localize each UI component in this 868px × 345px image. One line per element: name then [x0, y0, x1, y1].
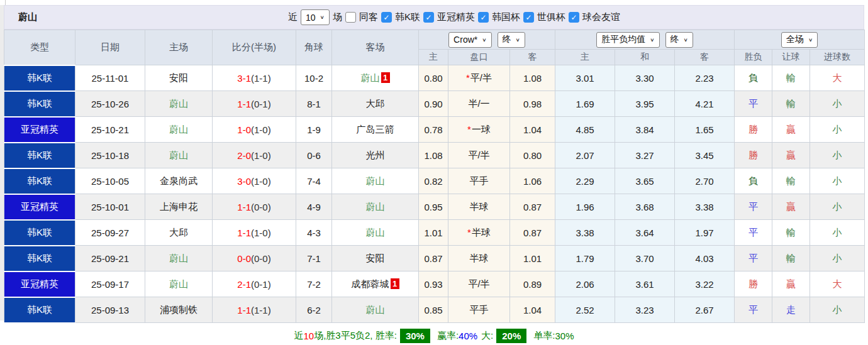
score-cell: 1-1(0-1) [213, 91, 296, 117]
chevron-down-icon: ∨ [320, 14, 325, 20]
away-team-name: 蔚山 [366, 201, 385, 212]
league-checkbox-kleague[interactable]: ✓ [381, 12, 392, 23]
avg-home-cell: 1.69 [555, 91, 615, 117]
handicap-cell: *半球 [448, 220, 510, 246]
same-away-label[interactable]: 同客 [359, 11, 378, 23]
date-cell: 25-10-18 [75, 143, 145, 168]
avg-home-cell: 4.85 [555, 117, 615, 143]
col-header-type: 类型 [4, 30, 75, 65]
date-cell: 25-10-05 [75, 168, 145, 194]
date-cell: 25-11-01 [75, 65, 145, 91]
league-checkbox-acl[interactable]: ✓ [423, 12, 434, 23]
handicap-line: 半球 [470, 201, 489, 212]
sub-header-result: 胜负 [735, 50, 772, 65]
odds-company-select[interactable]: Crow* ∨ [448, 32, 491, 48]
handicap-cell: *一球 [448, 117, 510, 143]
odds-away-cell: 0.80 [510, 143, 555, 168]
halftime-score: (1-1) [251, 305, 271, 315]
league-checkbox-friendly[interactable]: ✓ [569, 12, 579, 23]
odds-company-group: Crow* ∨ 终 ∨ [419, 30, 555, 50]
league-label-club-wc[interactable]: 世俱杯 [537, 11, 565, 23]
col-header-score: 比分(半场) [213, 30, 296, 65]
league-badge: 亚冠精英 [4, 272, 75, 297]
home-team-name: 蔚山 [169, 124, 188, 134]
away-team-name: 蔚山 [366, 304, 385, 315]
home-team-cell: 浦项制铁 [145, 297, 213, 323]
fulltime-score: 1-0 [237, 124, 251, 135]
recent-count-select[interactable]: 10 ∨ [301, 9, 330, 25]
same-away-checkbox[interactable]: ✓ [345, 12, 356, 23]
scope-select[interactable]: 全场 ∨ [781, 32, 818, 48]
home-team-name: 浦项制铁 [160, 304, 198, 315]
odds-away-cell: 1.01 [510, 246, 555, 271]
scope-group: 全场 ∨ [735, 30, 865, 50]
goals-result-cell: 大 [810, 65, 865, 91]
away-team-name: 成都蓉城 [352, 278, 389, 289]
result-cell: 勝 [735, 271, 772, 297]
halftime-score: (0-0) [251, 253, 271, 264]
league-label-friendly[interactable]: 球会友谊 [582, 11, 620, 23]
sub-header-avg-draw: 和 [615, 50, 675, 65]
league-label-kleague[interactable]: 韩K联 [395, 11, 420, 23]
halftime-score: (1-0) [251, 227, 271, 238]
handicap-line: 一球 [472, 124, 491, 134]
league-label-acl[interactable]: 亚冠精英 [437, 11, 475, 23]
avg-away-cell: 2.70 [675, 168, 735, 194]
league-badge-cell: 亚冠精英 [4, 117, 75, 143]
handicap-cell: *平/半 [448, 65, 510, 91]
score-cell: 1-1(1-0) [213, 220, 296, 246]
sub-header-goals-result: 进球数 [810, 50, 865, 65]
left-gutter [0, 5, 4, 320]
fulltime-score: 2-1 [237, 279, 251, 290]
league-badge-cell: 亚冠精英 [4, 194, 75, 220]
avg-home-cell: 3.01 [555, 65, 615, 91]
result-cell: 負 [735, 65, 772, 91]
avg-odds-select[interactable]: 胜平负均值 ∨ [596, 32, 659, 48]
col-header-away: 客场 [332, 30, 419, 65]
fulltime-score: 1-1 [237, 99, 251, 109]
league-checkbox-club-wc[interactable]: ✓ [523, 12, 534, 23]
result-cell: 平 [735, 220, 772, 246]
league-checkbox-korea-cup[interactable]: ✓ [478, 12, 489, 23]
avg-home-cell: 1.96 [555, 194, 615, 220]
home-team-name: 大邱 [169, 227, 188, 238]
avg-draw-cell: 3.65 [615, 168, 675, 194]
handicap-line: 半球 [472, 227, 491, 238]
score-cell: 1-1(0-0) [213, 194, 296, 220]
date-cell: 25-10-26 [75, 91, 145, 117]
avg-home-cell: 1.79 [555, 246, 615, 271]
avg-draw-cell: 3.64 [615, 220, 675, 246]
league-label-korea-cup[interactable]: 韩国杯 [492, 11, 520, 23]
home-team-name: 蔚山 [169, 253, 188, 263]
matches-label: 场 [333, 11, 342, 23]
avg-home-cell: 2.29 [555, 168, 615, 194]
handicap-result-cell: 輸 [772, 246, 810, 271]
fulltime-score: 1-1 [237, 202, 251, 212]
home-team-cell: 大邱 [145, 220, 213, 246]
date-cell: 25-10-21 [75, 117, 145, 143]
chevron-down-icon: ∨ [650, 37, 654, 43]
odds-home-cell: 0.90 [419, 91, 448, 117]
score-cell: 0-0(0-0) [213, 246, 296, 271]
date-cell: 25-09-21 [75, 246, 145, 271]
handicap-line: 平/半 [468, 278, 489, 289]
summary-bar: 近10场,胜3平5负2, 胜率:30%赢率:40%大:20%单率:30% [4, 324, 864, 345]
corner-cell: 1-9 [296, 117, 332, 143]
avg-home-cell: 3.38 [555, 220, 615, 246]
avg-time-select[interactable]: 终 ∨ [665, 32, 693, 48]
match-row: 亚冠精英 25-10-21 蔚山 1-0(1-0) 1-9 广岛三箭 0.78 … [4, 117, 865, 143]
corner-cell: 7-2 [296, 271, 332, 297]
score-cell: 3-1(1-1) [213, 65, 296, 91]
chevron-down-icon: ∨ [482, 37, 486, 43]
home-team-cell: 安阳 [145, 65, 213, 91]
away-team-cell: 蔚山 [332, 220, 419, 246]
goals-result-cell: 小 [810, 246, 865, 271]
match-row: 韩K联 25-09-13 浦项制铁 1-1(1-1) 6-2 蔚山 0.85 平… [4, 297, 865, 323]
odds-time-select[interactable]: 终 ∨ [498, 32, 525, 48]
home-team-cell: 蔚山 [145, 271, 213, 297]
away-team-cell: 广岛三箭 [332, 117, 419, 143]
avg-draw-cell: 3.30 [615, 65, 675, 91]
fulltime-score: 3-1 [237, 73, 251, 84]
halftime-score: (0-1) [251, 279, 271, 290]
avg-away-cell: 3.45 [675, 143, 735, 168]
